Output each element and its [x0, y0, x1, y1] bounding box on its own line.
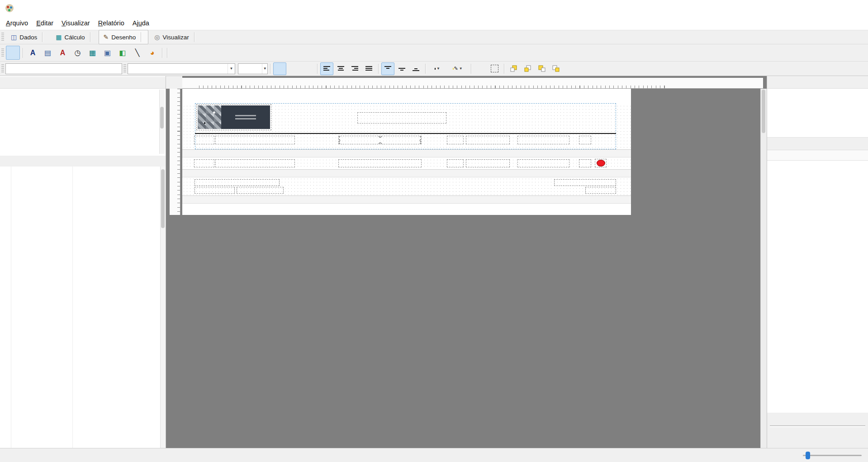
variable-icon[interactable]: ▦	[85, 46, 100, 60]
maximize-button[interactable]	[825, 0, 846, 16]
selection-handle[interactable]	[420, 139, 422, 142]
underline-button[interactable]	[301, 62, 314, 75]
valign-top-button[interactable]	[381, 62, 394, 75]
send-to-back-button[interactable]	[521, 62, 534, 75]
move-backward-button[interactable]	[549, 62, 562, 75]
tab-dados[interactable]: ◫ Dados	[6, 30, 50, 44]
font-name-input[interactable]	[128, 65, 228, 72]
tab-visualizar[interactable]: ◎ Visualizar	[149, 30, 202, 44]
font-name-combo[interactable]: ▼	[128, 63, 235, 74]
band-bar-detalhe[interactable]	[182, 169, 631, 177]
properties-scrollbar[interactable]	[160, 167, 166, 448]
selection-handle[interactable]	[379, 136, 382, 138]
header-label-cnpjcpf[interactable]	[466, 136, 510, 144]
close-icon[interactable]	[861, 82, 864, 84]
canvas-vertical-scrollbar[interactable]	[760, 89, 767, 448]
image-icon[interactable]: ▣	[100, 46, 114, 60]
tree-scrollbar-thumb[interactable]	[160, 107, 164, 129]
menu-editar[interactable]: Editar	[32, 18, 57, 29]
richtext-icon[interactable]: A	[56, 46, 70, 60]
move-forward-button[interactable]	[535, 62, 548, 75]
properties-scrollbar-thumb[interactable]	[161, 169, 165, 228]
align-left-button[interactable]	[320, 62, 333, 75]
anchor-button[interactable]	[474, 62, 487, 75]
report-page[interactable]	[182, 89, 631, 215]
selection-handle[interactable]	[338, 143, 340, 144]
report-structure-tree	[0, 89, 166, 155]
system-variable-icon[interactable]: ◷	[71, 46, 85, 60]
font-size-input[interactable]	[238, 65, 262, 72]
zoom-slider-track[interactable]	[803, 455, 862, 456]
object-selector-input[interactable]	[6, 65, 122, 72]
bold-button[interactable]	[273, 62, 286, 75]
mode-tabs: ◫ Dados ▦ Cálculo ✎ Desenho ◎ Visualizar	[5, 30, 202, 44]
align-center-button[interactable]	[334, 62, 347, 75]
valign-middle-button[interactable]	[395, 62, 408, 75]
highlight-color-button[interactable]: ✎▼	[447, 62, 468, 75]
canvas-scrollbar-thumb[interactable]	[762, 90, 765, 133]
minimize-button[interactable]	[803, 0, 825, 16]
selection-handle[interactable]	[338, 136, 340, 138]
size-position-button[interactable]	[488, 62, 501, 75]
detail-field-tipo[interactable]	[447, 159, 464, 167]
zoom-slider[interactable]	[803, 448, 862, 462]
menu-arquivo[interactable]: Arquivo	[2, 18, 32, 29]
tab-calculo[interactable]: ▦ Cálculo	[51, 30, 97, 44]
selection-handle[interactable]	[420, 143, 422, 144]
zoom-slider-thumb[interactable]	[806, 452, 810, 459]
detail-field-codigo[interactable]	[194, 159, 214, 167]
tree-scrollbar[interactable]	[159, 90, 165, 154]
font-size-combo[interactable]: ▼	[238, 63, 268, 74]
band-bar-rodape[interactable]	[182, 195, 631, 204]
header-label-nome-fantasia-selected[interactable]	[338, 136, 422, 144]
detail-field-cnpjcpf[interactable]	[466, 159, 510, 167]
menu-ajuda[interactable]: Ajuda	[128, 18, 153, 29]
detail-field-razao-social[interactable]	[215, 159, 295, 167]
selection-handle[interactable]	[420, 136, 422, 138]
line1-component[interactable]	[195, 133, 616, 134]
report-title-label[interactable]	[357, 112, 446, 124]
align-justify-button[interactable]	[362, 62, 375, 75]
footer-page-label[interactable]	[585, 187, 616, 194]
band-bar-cabecalho[interactable]	[182, 149, 631, 157]
close-button[interactable]	[846, 0, 868, 16]
properties-grid	[0, 167, 166, 448]
menu-relatorio[interactable]: Relatório	[94, 18, 128, 29]
align-right-button[interactable]	[348, 62, 361, 75]
design-canvas[interactable]	[166, 76, 767, 448]
valign-bottom-button[interactable]	[409, 62, 422, 75]
memo-icon[interactable]: ▤	[41, 46, 55, 60]
italic-button[interactable]	[287, 62, 300, 75]
detail-field-uf[interactable]	[579, 159, 591, 167]
chevron-down-icon[interactable]: ▼	[228, 64, 235, 74]
line-icon[interactable]: ╲	[130, 46, 144, 60]
menu-visualizar[interactable]: Visualizar	[57, 18, 94, 29]
chart-icon[interactable]: ◕	[145, 46, 159, 60]
close-icon[interactable]	[158, 82, 162, 84]
tab-desenho[interactable]: ✎ Desenho	[99, 30, 149, 44]
detail-field-municipio[interactable]	[517, 159, 569, 167]
chevron-down-icon[interactable]: ▼	[262, 64, 267, 74]
header-label-codigo[interactable]	[194, 136, 214, 144]
chevron-down-icon[interactable]: ▼	[459, 67, 463, 71]
chevron-down-icon[interactable]: ▼	[436, 67, 440, 71]
font-color-button[interactable]: ▼	[428, 62, 446, 75]
selection-handle[interactable]	[338, 139, 340, 142]
footer-user-label[interactable]	[194, 187, 235, 194]
bring-to-front-button[interactable]	[507, 62, 520, 75]
header-label-razao-social[interactable]	[215, 136, 295, 144]
detail-shape-red-ellipse[interactable]	[595, 159, 607, 167]
footer-user-value[interactable]	[237, 187, 284, 194]
selection-handle[interactable]	[379, 143, 382, 144]
footer-datetime-label[interactable]	[554, 179, 616, 186]
dbimage1-logo[interactable]	[196, 104, 271, 130]
detail-field-nome-fantasia[interactable]	[338, 159, 422, 167]
header-label-municipio[interactable]	[517, 136, 569, 144]
footer-company-label[interactable]	[194, 179, 280, 186]
select-tool-icon[interactable]	[6, 46, 20, 60]
object-selector-combo[interactable]	[5, 63, 122, 74]
shape-icon[interactable]: ◧	[115, 46, 129, 60]
header-label-tipo[interactable]	[447, 136, 464, 144]
header-label-uf[interactable]	[579, 136, 591, 144]
label-icon[interactable]: A	[26, 46, 40, 60]
